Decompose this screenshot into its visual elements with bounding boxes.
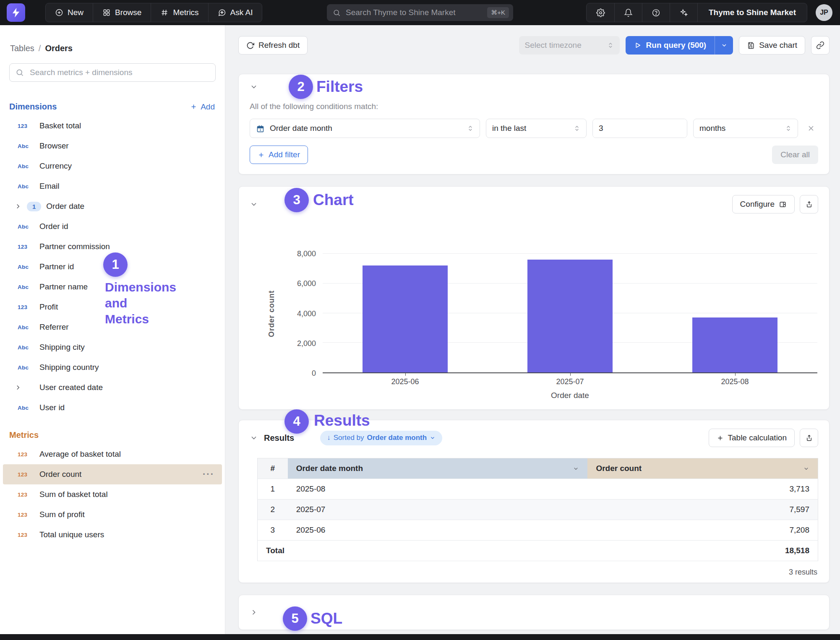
window-bottom-edge (0, 634, 840, 640)
dimension-item[interactable]: 123Profit (0, 297, 225, 317)
project-switcher[interactable]: Thyme to Shine Market (697, 3, 807, 22)
whats-new-button[interactable] (670, 3, 697, 22)
new-button[interactable]: New (46, 3, 93, 22)
export-chart-button[interactable] (800, 195, 818, 213)
metric-item[interactable]: 123Total unique users (0, 525, 225, 545)
help-button[interactable] (642, 3, 670, 22)
table-calculation-button[interactable]: Table calculation (709, 429, 795, 447)
table-row[interactable]: 3 2025-06 7,208 (258, 520, 818, 541)
chart-plot[interactable] (323, 254, 817, 373)
ask-ai-label: Ask AI (230, 8, 253, 17)
dimensions-title: Dimensions (9, 102, 57, 112)
fields-search-input[interactable] (29, 68, 209, 78)
save-chart-button[interactable]: Save chart (739, 36, 805, 55)
dimension-group-user-created-date[interactable]: User created date (0, 377, 225, 398)
sparkles-icon (679, 8, 688, 17)
sorted-by-badge[interactable]: ↓ Sorted by Order date month (320, 431, 442, 445)
global-search-input[interactable] (345, 8, 483, 18)
bar-2025-07[interactable] (527, 260, 613, 372)
filter-field-select[interactable]: 1 Order date month (250, 119, 480, 138)
string-type-icon: Abc (18, 163, 33, 169)
more-options-icon[interactable]: ··· (203, 469, 214, 480)
dimension-item[interactable]: AbcPartner id (0, 257, 225, 277)
run-query-button[interactable]: Run query (500) (626, 36, 715, 55)
collapse-results-icon[interactable] (250, 434, 258, 442)
chart-section: Configure Order count 02,0004,00 (238, 186, 830, 410)
number-type-icon: 123 (18, 244, 33, 250)
dimension-item[interactable]: 123Partner commission (0, 237, 225, 257)
table-row[interactable]: 2 2025-07 7,597 (258, 500, 818, 520)
dimension-item[interactable]: AbcReferrer (0, 317, 225, 337)
metric-item[interactable]: 123Sum of profit (0, 505, 225, 525)
fields-search[interactable] (9, 63, 216, 82)
dimension-item[interactable]: AbcUser id (0, 398, 225, 418)
ask-ai-button[interactable]: Ask AI (208, 3, 262, 22)
user-avatar[interactable]: JP (816, 4, 832, 21)
browse-button[interactable]: Browse (93, 3, 151, 22)
app-logo[interactable] (7, 3, 25, 22)
add-dimension-button[interactable]: Add (190, 102, 215, 112)
expand-sql-icon[interactable] (250, 608, 258, 617)
metrics-list: 123Average of basket total 123 Order cou… (0, 444, 225, 545)
dimension-item[interactable]: AbcOrder id (0, 216, 225, 237)
filter-value-input[interactable] (593, 119, 687, 138)
new-label: New (68, 8, 83, 17)
metric-item[interactable]: 123Sum of basket total (0, 484, 225, 505)
link-icon (816, 41, 824, 49)
grid-icon (102, 8, 111, 17)
svg-text:1: 1 (260, 128, 261, 131)
y-tick-label: 8,000 (297, 250, 316, 258)
global-search[interactable]: ⌘+K (327, 4, 513, 21)
timezone-select[interactable]: Select timezone (519, 36, 620, 55)
plus-circle-icon (55, 8, 63, 17)
play-icon (634, 42, 642, 49)
run-query-split-button: Run query (500) (626, 36, 733, 55)
metrics-button[interactable]: Metrics (151, 3, 208, 22)
breadcrumb-tables-link[interactable]: Tables (10, 44, 34, 53)
select-chevrons-icon (785, 125, 792, 132)
clear-all-filters-button[interactable]: Clear all (772, 146, 818, 164)
collapse-chart-icon[interactable] (250, 200, 258, 208)
string-type-icon: Abc (18, 344, 33, 351)
bar-2025-06[interactable] (363, 265, 448, 372)
dimension-item[interactable]: AbcCurrency (0, 156, 225, 176)
string-type-icon: Abc (18, 364, 33, 371)
dimension-item[interactable]: AbcEmail (0, 176, 225, 196)
dimension-group-order-date[interactable]: 1 Order date (0, 196, 225, 216)
export-results-button[interactable] (800, 429, 818, 447)
lightning-bolt-icon (10, 7, 21, 18)
gridline (323, 253, 817, 254)
settings-button[interactable] (587, 3, 614, 22)
number-type-icon: 123 (18, 123, 33, 129)
dimension-item[interactable]: AbcShipping city (0, 337, 225, 357)
metric-item-selected[interactable]: 123 Order count ··· (3, 464, 222, 484)
filter-unit-select[interactable]: months (693, 119, 798, 138)
refresh-dbt-button[interactable]: Refresh dbt (238, 36, 308, 55)
column-header-index[interactable]: # (258, 458, 288, 479)
remove-filter-button[interactable] (804, 121, 818, 135)
number-type-icon: 123 (18, 304, 33, 310)
column-header-order-count[interactable]: Order count (587, 458, 818, 479)
filter-operator-select[interactable]: in the last (486, 119, 587, 138)
add-filter-button[interactable]: Add filter (250, 146, 308, 164)
dimension-item[interactable]: AbcShipping country (0, 357, 225, 377)
calendar-icon: 1 (256, 124, 265, 133)
table-row[interactable]: 1 2025-08 3,713 (258, 479, 818, 500)
filters-match-text: All of the following conditions match: (250, 102, 818, 111)
navbar-actions: Thyme to Shine Market (586, 3, 807, 22)
dimension-item[interactable]: 123Basket total (0, 116, 225, 136)
metric-item[interactable]: 123Average of basket total (0, 444, 225, 464)
number-type-icon: 123 (18, 532, 33, 538)
share-link-button[interactable] (811, 36, 830, 55)
dimension-item[interactable]: AbcPartner name (0, 277, 225, 297)
run-query-options-button[interactable] (715, 36, 733, 55)
results-table: # Order date month Order count (257, 458, 818, 561)
notifications-button[interactable] (614, 3, 642, 22)
dimension-item[interactable]: AbcBrowser (0, 136, 225, 156)
configure-chart-button[interactable]: Configure (732, 195, 795, 213)
bar-2025-08[interactable] (692, 317, 778, 372)
column-header-order-date-month[interactable]: Order date month (288, 458, 588, 479)
chart-x-labels: 2025-062025-072025-08 (323, 373, 817, 388)
number-type-icon: 123 (18, 471, 33, 478)
collapse-filters-icon[interactable] (250, 83, 258, 91)
